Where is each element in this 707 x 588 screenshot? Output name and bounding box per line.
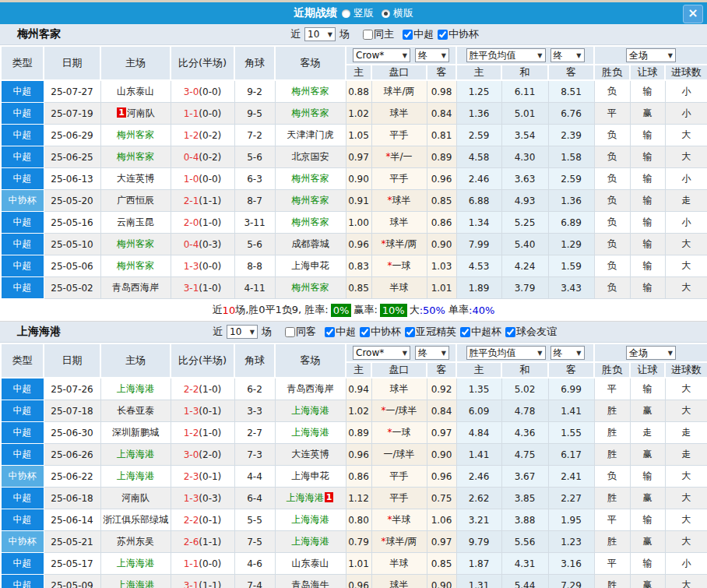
outcome-cell: 平: [594, 509, 630, 531]
col-score: 比分(半场): [171, 343, 234, 378]
league-type-cell: 中超: [1, 146, 44, 168]
team-name: 河南队: [127, 107, 155, 118]
result-scope-select[interactable]: 全场▼: [626, 346, 676, 360]
layout-option-1[interactable]: 横版: [382, 6, 413, 20]
close-button[interactable]: ×: [683, 5, 703, 23]
chevron-down-icon: ▼: [668, 52, 673, 59]
corners-cell: 3-11: [234, 212, 275, 234]
odds-provider-select[interactable]: Crow*▼: [353, 346, 410, 360]
outcome-cell: 平: [594, 553, 630, 575]
competition-filter-1-checkbox[interactable]: [360, 327, 370, 337]
date-cell: 25-06-29: [44, 125, 100, 146]
away-team-cell: 梅州客家: [275, 190, 346, 212]
date-cell: 25-06-13: [44, 168, 100, 190]
date-cell: 25-05-17: [44, 553, 100, 575]
handicap-text: 半/一: [390, 151, 412, 162]
handicap-result-cell: 赢: [630, 488, 665, 509]
home-odds-cell: 0.94: [346, 378, 371, 400]
col-score: 比分(半场): [171, 46, 234, 80]
competition-filter-2[interactable]: 亚冠精英: [403, 325, 456, 339]
avg-lose-cell: 6.89: [548, 212, 594, 234]
away-team-cell: 上海海港: [275, 400, 346, 422]
away-team-cell: 上海申花: [275, 255, 346, 277]
half-time-score: (0-1): [199, 471, 221, 482]
avg-time-select[interactable]: 终▼: [550, 48, 585, 62]
full-time-score: 2-1: [184, 195, 199, 206]
home-odds-cell: 0.96: [346, 575, 371, 588]
chevron-down-icon: ▼: [576, 350, 581, 357]
col-goals: 进球数: [665, 362, 707, 378]
full-time-score: 3-0: [184, 86, 199, 97]
away-odds-cell: 0.96: [427, 168, 456, 190]
team-name: 苏州东吴: [117, 536, 154, 547]
match-row: 中超25-06-14浙江俱乐部绿城2-2(0-1)5-5上海海港0.80*半球1…: [1, 509, 707, 531]
odds-time-select[interactable]: 终▼: [415, 346, 449, 360]
avg-win-cell: 4.58: [456, 146, 501, 168]
avg-time-select[interactable]: 终▼: [550, 346, 585, 360]
handicap-cell: *球半: [371, 190, 427, 212]
corners-cell: 8-7: [234, 190, 275, 212]
away-odds-cell: 0.89: [427, 146, 456, 168]
avg-draw-cell: 5.44: [501, 575, 548, 588]
full-time-score: 2-3: [184, 471, 199, 482]
competition-filter-0[interactable]: 中超: [323, 325, 356, 339]
competition-filter-0-checkbox[interactable]: [325, 327, 335, 337]
team-name: 上海海港: [292, 536, 329, 547]
avg-lose-cell: 6.17: [548, 444, 594, 466]
competition-filter-2-checkbox[interactable]: [405, 327, 415, 337]
league-type-cell: 中超: [1, 444, 44, 466]
handicap-result-cell: 输: [630, 168, 665, 190]
goals-result-cell: 大: [665, 125, 707, 146]
competition-filter-1[interactable]: 中协杯: [358, 325, 401, 339]
radio-icon[interactable]: [342, 9, 350, 18]
avg-win-cell: 2.59: [456, 125, 501, 146]
league-type-cell: 中超: [1, 553, 44, 575]
competition-filter-1[interactable]: 中协杯: [436, 27, 479, 41]
competition-filter-4-checkbox[interactable]: [505, 327, 515, 337]
summary-part: 10%: [380, 304, 407, 317]
competition-filter-4-label: 球会友谊: [516, 325, 557, 339]
competition-filter-3[interactable]: 中超杯: [459, 325, 501, 339]
handicap-result-cell: 输: [630, 255, 665, 277]
competition-filter-0-checkbox[interactable]: [403, 30, 413, 40]
avg-draw-cell: 5.02: [501, 378, 548, 400]
competition-filter-2-label: 亚冠精英: [416, 325, 456, 339]
avg-odds-select[interactable]: 胜平负均值▼: [466, 48, 546, 62]
layout-option-0[interactable]: 竖版: [342, 6, 374, 20]
outcome-cell: 负: [594, 234, 630, 255]
competition-filter-4[interactable]: 球会友谊: [504, 325, 557, 339]
home-team-cell: 山东泰山: [100, 80, 171, 103]
away-odds-cell: 1.03: [427, 255, 456, 277]
avg-draw-cell: 4.24: [501, 255, 548, 277]
date-cell: 25-07-26: [44, 378, 100, 400]
chevron-down-icon: ▼: [250, 329, 255, 336]
avg-odds-select[interactable]: 胜平负均值▼: [466, 346, 546, 360]
outcome-cell: 负: [594, 146, 630, 168]
corners-cell: 4-11: [234, 277, 275, 299]
odds-time-select[interactable]: 终▼: [415, 48, 449, 62]
same-venue-filter[interactable]: 同客: [283, 325, 316, 339]
away-odds-cell: 0.90: [427, 234, 456, 255]
away-team-cell: 上海海港: [275, 531, 346, 553]
match-count-select[interactable]: 10▼: [304, 27, 336, 41]
odds-provider-select[interactable]: Crow*▼: [353, 48, 410, 62]
team1-record-summary: 近10场,胜0平1负9, 胜率:0%赢率:10%大:50% 单率:40%: [0, 299, 707, 322]
competition-filter-0[interactable]: 中超: [401, 27, 434, 41]
result-scope-select[interactable]: 全场▼: [626, 48, 676, 62]
handicap-result-cell: 赢: [630, 531, 665, 553]
competition-filter-1-checkbox[interactable]: [438, 30, 448, 40]
team-name: 成都蓉城: [292, 238, 329, 249]
competition-filter-3-checkbox[interactable]: [460, 327, 470, 337]
team-name: 梅州客家: [292, 86, 329, 97]
home-team-cell: 梅州客家: [100, 255, 171, 277]
same-venue-filter-checkbox[interactable]: [285, 327, 295, 337]
same-venue-filter[interactable]: 同主: [361, 27, 394, 41]
away-team-cell: 北京国安: [275, 146, 346, 168]
same-venue-filter-checkbox[interactable]: [363, 30, 373, 40]
handicap-text: 球半: [390, 217, 409, 227]
away-team-cell: 大连英博: [275, 444, 346, 466]
team-name: 北京国安: [292, 151, 329, 162]
radio-icon[interactable]: [382, 9, 390, 18]
match-count-select[interactable]: 10▼: [227, 325, 258, 339]
summary-part: 10: [223, 305, 236, 316]
